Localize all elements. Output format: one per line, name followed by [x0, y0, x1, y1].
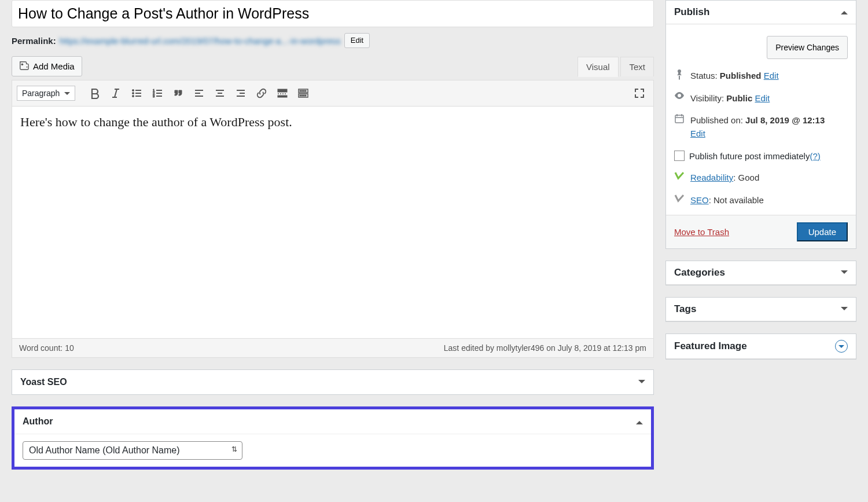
- bullet-list-icon[interactable]: [127, 84, 146, 102]
- fullscreen-icon[interactable]: [630, 84, 649, 102]
- chevron-up-icon: [841, 8, 848, 14]
- author-box-header[interactable]: Author: [14, 409, 651, 434]
- featured-image-box: Featured Image: [665, 334, 856, 360]
- svg-rect-35: [301, 95, 303, 96]
- add-media-label: Add Media: [33, 61, 75, 71]
- editor: Paragraph 123 Here's how to change the a…: [12, 80, 654, 358]
- eye-icon: [674, 92, 685, 99]
- yoast-seo-box: Yoast SEO: [12, 369, 654, 395]
- editor-toolbar: Paragraph 123: [12, 80, 653, 107]
- permalink-row: Permalink: https://example-blurred-url.c…: [12, 33, 654, 48]
- editor-tabs: Visual Text: [578, 57, 654, 77]
- publish-box-header[interactable]: Publish: [666, 1, 856, 24]
- status-edit-link[interactable]: Edit: [764, 71, 779, 80]
- yoast-seo-header[interactable]: Yoast SEO: [12, 370, 653, 394]
- seo-link[interactable]: SEO: [690, 195, 709, 205]
- post-title-input[interactable]: [12, 0, 654, 27]
- svg-point-6: [133, 96, 134, 97]
- chevron-down-icon: [638, 380, 645, 387]
- chevron-up-icon: [636, 416, 643, 424]
- numbered-list-icon[interactable]: 123: [148, 84, 167, 102]
- readability-link[interactable]: Readability: [690, 173, 733, 182]
- update-button[interactable]: Update: [797, 222, 848, 241]
- svg-rect-36: [303, 95, 304, 96]
- future-post-checkbox[interactable]: [674, 151, 685, 161]
- date-edit-link[interactable]: Edit: [690, 129, 705, 138]
- bold-icon[interactable]: [86, 84, 104, 102]
- align-right-icon[interactable]: [231, 84, 250, 102]
- media-icon: [19, 60, 30, 72]
- featured-image-header[interactable]: Featured Image: [666, 334, 856, 359]
- svg-text:3: 3: [153, 94, 155, 98]
- content-editor[interactable]: Here's how to change the author of a Wor…: [12, 107, 653, 338]
- author-box: Author Old Author Name (Old Author Name): [12, 406, 654, 470]
- future-help-link[interactable]: (?): [810, 151, 820, 161]
- last-edited-label: Last edited by mollytyler496 on July 8, …: [444, 343, 646, 353]
- tags-box: Tags: [665, 297, 856, 322]
- status-label: Status: Published Edit: [690, 69, 848, 83]
- align-left-icon[interactable]: [190, 84, 208, 102]
- tab-visual[interactable]: Visual: [578, 57, 619, 77]
- chevron-down-icon: [841, 307, 848, 314]
- seo-label: SEO: Not available: [690, 194, 848, 207]
- svg-point-4: [133, 90, 134, 91]
- tab-text[interactable]: Text: [620, 57, 654, 76]
- categories-box: Categories: [665, 261, 856, 285]
- format-select[interactable]: Paragraph: [17, 86, 75, 101]
- chevron-down-icon: [841, 270, 848, 277]
- link-icon[interactable]: [252, 84, 271, 102]
- svg-rect-25: [278, 89, 287, 92]
- visibility-label: Visibility: Public Edit: [690, 92, 848, 105]
- readability-label: Readability: Good: [690, 171, 848, 185]
- future-post-label: Publish future post immediately(?): [689, 151, 821, 161]
- permalink-label: Permalink:: [12, 36, 56, 46]
- visibility-edit-link[interactable]: Edit: [755, 93, 770, 103]
- blockquote-icon[interactable]: [169, 84, 187, 102]
- word-count: Word count: 10: [19, 343, 74, 353]
- read-more-icon[interactable]: [273, 84, 292, 102]
- svg-point-5: [133, 93, 134, 94]
- svg-point-0: [21, 63, 24, 65]
- svg-rect-38: [675, 115, 683, 123]
- toolbar-toggle-icon[interactable]: [294, 84, 312, 102]
- publish-box: Publish Preview Changes Status: Publishe…: [665, 0, 856, 249]
- permalink-url[interactable]: https://example-blurred-url.com/2019/07/…: [60, 36, 341, 46]
- move-to-trash-link[interactable]: Move to Trash: [674, 227, 729, 237]
- svg-rect-30: [301, 90, 303, 91]
- categories-header[interactable]: Categories: [666, 261, 856, 285]
- svg-line-3: [115, 89, 117, 97]
- italic-icon[interactable]: [106, 84, 125, 102]
- add-media-button[interactable]: Add Media: [12, 56, 82, 76]
- calendar-icon: [674, 114, 685, 123]
- align-center-icon[interactable]: [211, 84, 229, 102]
- svg-rect-32: [305, 90, 306, 91]
- published-on-label: Published on: Jul 8, 2019 @ 12:13Edit: [690, 114, 848, 140]
- preview-changes-button[interactable]: Preview Changes: [767, 36, 848, 59]
- svg-rect-37: [305, 95, 306, 96]
- permalink-edit-button[interactable]: Edit: [344, 33, 370, 48]
- svg-rect-34: [300, 95, 301, 96]
- pin-icon: [674, 69, 685, 80]
- svg-rect-27: [278, 96, 287, 97]
- yoast-readability-icon: [674, 171, 685, 182]
- svg-rect-31: [303, 90, 304, 91]
- yoast-seo-icon: [674, 194, 685, 204]
- svg-rect-29: [300, 90, 301, 91]
- author-select[interactable]: Old Author Name (Old Author Name): [23, 441, 242, 460]
- editor-status-bar: Word count: 10 Last edited by mollytyler…: [12, 338, 653, 357]
- chevron-down-circle-icon: [835, 340, 848, 353]
- tags-header[interactable]: Tags: [666, 298, 856, 321]
